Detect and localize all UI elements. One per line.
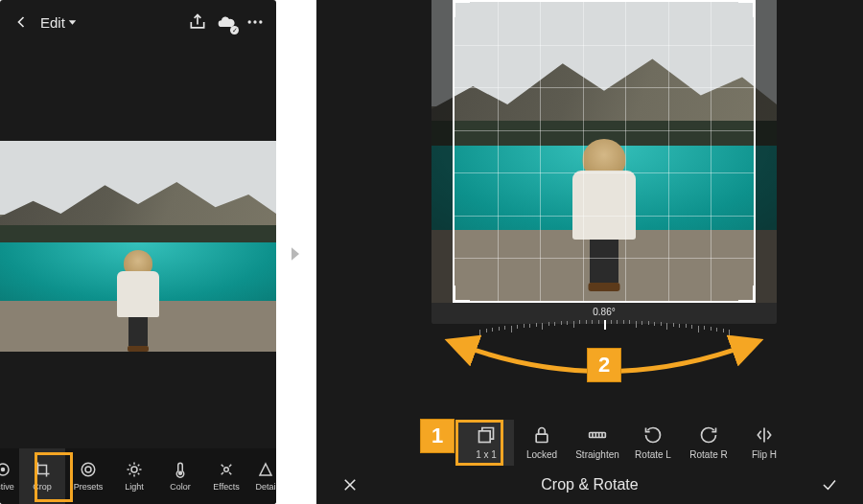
svg-point-5 [2, 469, 5, 471]
svg-marker-11 [260, 464, 271, 475]
tool-label: Presets [74, 482, 104, 492]
aspect-ratio-button[interactable]: 1 x 1 [458, 420, 514, 466]
crop-frame[interactable] [453, 0, 756, 303]
bottom-bar: Crop & Rotate [316, 466, 863, 504]
svg-rect-13 [479, 431, 491, 443]
crop-mask [756, 0, 777, 303]
edit-label: Edit [40, 14, 65, 31]
tool-label: Color [170, 482, 191, 492]
confirm-button[interactable] [796, 476, 863, 493]
crop-mask [432, 0, 453, 303]
ctool-label: Rotate R [689, 449, 727, 460]
ctool-label: 1 x 1 [476, 449, 497, 460]
more-icon[interactable] [245, 12, 265, 32]
cancel-button[interactable] [316, 476, 384, 493]
flip-h-button[interactable]: Flip H [736, 420, 792, 466]
back-icon[interactable] [12, 12, 31, 32]
crop-toolbar: 1 x 1 Locked Straighten Rotate L Rotate … [412, 420, 863, 466]
svg-point-8 [131, 467, 137, 472]
ctool-label: Rotate L [635, 449, 671, 460]
tool-color[interactable]: Color [157, 448, 203, 504]
edit-dropdown[interactable]: Edit [40, 14, 77, 31]
crop-handle-tl[interactable] [453, 0, 470, 17]
ctool-label: Flip H [752, 449, 777, 460]
sync-check-badge: ✓ [230, 26, 239, 34]
rotate-left-button[interactable]: Rotate L [625, 420, 681, 466]
tool-light[interactable]: Light [111, 448, 157, 504]
tool-label: Effects [213, 482, 239, 492]
tool-label: ective [0, 482, 14, 492]
crop-handle-bl[interactable] [453, 286, 470, 303]
phone-mockup: Edit ✓ ective Crop Prese [0, 0, 276, 504]
crop-handle-br[interactable] [738, 286, 756, 303]
edit-toolbar: ective Crop Presets Light Color Effects … [0, 448, 276, 504]
crop-handle-tr[interactable] [738, 0, 756, 17]
tool-selective[interactable]: ective [0, 448, 19, 504]
lock-button[interactable]: Locked [514, 420, 570, 466]
tool-detail[interactable]: Detai [249, 448, 276, 504]
share-icon[interactable] [188, 12, 207, 32]
crop-panel: 0.86° 2 1 x 1 Locked Straighten Rotate L [316, 0, 863, 504]
photo-viewport[interactable] [0, 44, 276, 448]
svg-marker-0 [69, 20, 77, 25]
tool-crop[interactable]: Crop [19, 448, 65, 504]
tool-effects[interactable]: Effects [203, 448, 249, 504]
top-bar: Edit ✓ [0, 0, 276, 44]
svg-point-9 [179, 471, 182, 474]
svg-point-1 [248, 20, 251, 23]
svg-marker-12 [292, 247, 299, 260]
tool-label: Crop [33, 482, 52, 492]
tool-label: Light [125, 482, 144, 492]
svg-point-6 [82, 463, 95, 476]
photo-preview [0, 141, 276, 352]
svg-point-7 [85, 467, 91, 472]
angle-readout: 0.86° [432, 307, 777, 317]
straighten-button[interactable]: Straighten [570, 420, 625, 466]
svg-point-10 [224, 468, 229, 472]
callout-1: 1 [420, 419, 455, 453]
callout-2: 2 [587, 348, 621, 382]
flow-arrow-icon [288, 243, 303, 264]
svg-point-3 [259, 20, 262, 23]
svg-rect-14 [536, 434, 548, 442]
tool-presets[interactable]: Presets [65, 448, 111, 504]
rotate-right-button[interactable]: Rotate R [681, 420, 736, 466]
ctool-label: Straighten [575, 449, 619, 460]
tool-label: Detai [255, 482, 275, 492]
ctool-label: Locked [526, 449, 557, 460]
svg-point-2 [253, 20, 256, 23]
panel-title: Crop & Rotate [384, 476, 796, 493]
cloud-sync-icon[interactable]: ✓ [217, 12, 236, 32]
crop-stage[interactable]: 0.86° [432, 0, 777, 324]
